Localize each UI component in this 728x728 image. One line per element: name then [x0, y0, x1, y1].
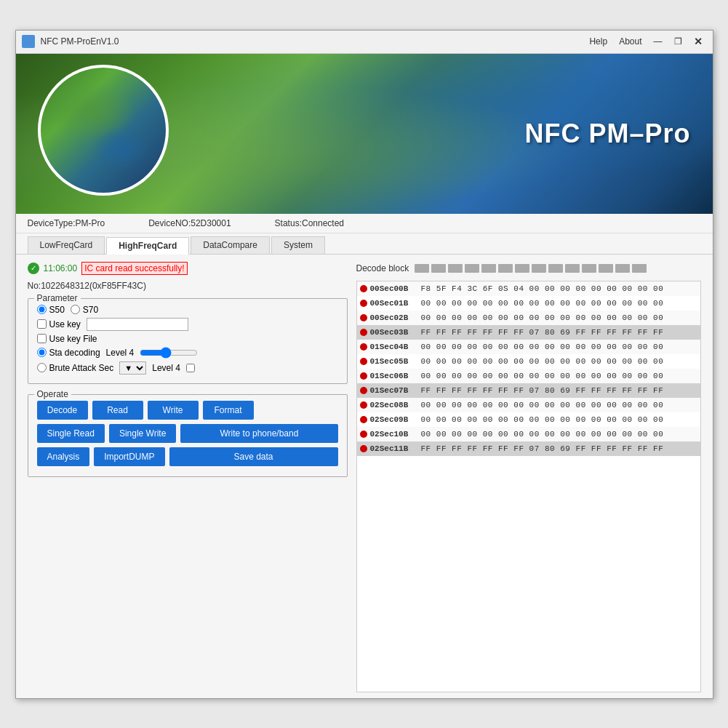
- write-to-phone-button[interactable]: Write to phone/band: [180, 424, 337, 443]
- row-address: 00Sec01B: [370, 299, 421, 308]
- read-button[interactable]: Read: [92, 401, 143, 420]
- write-button[interactable]: Write: [148, 401, 199, 420]
- use-key-checkbox[interactable]: [37, 319, 47, 329]
- s50-radio[interactable]: [37, 305, 47, 314]
- row-data: 00 00 00 00 00 00 00 00 00 00 00 00 00 0…: [421, 430, 664, 439]
- main-content: ✓ 11:06:00 IC card read successfully! No…: [16, 255, 713, 698]
- use-key-file-row: Use key File: [37, 334, 338, 344]
- table-row: 00Sec03B FF FF FF FF FF FF FF 07 80 69 F…: [357, 325, 700, 340]
- brute-attack-radio[interactable]: [37, 363, 47, 372]
- format-button[interactable]: Format: [203, 401, 254, 420]
- tab-system[interactable]: System: [271, 236, 325, 254]
- window-controls: Help About — ❐ ✕: [585, 34, 706, 49]
- minimize-button[interactable]: —: [649, 35, 667, 48]
- row-indicator: [360, 300, 367, 307]
- device-no-label: DeviceNO:52D30001: [148, 218, 231, 228]
- s70-radio[interactable]: [71, 305, 80, 314]
- window-title: NFC PM-ProEnV1.0: [41, 36, 585, 47]
- tab-lowfreqcard[interactable]: LowFreqCard: [28, 236, 105, 254]
- app-icon: [22, 35, 35, 48]
- row-data: FF FF FF FF FF FF FF 07 80 69 FF FF FF F…: [421, 328, 664, 337]
- right-panel: Decode block: [356, 260, 701, 692]
- decode-button[interactable]: Decode: [37, 401, 88, 420]
- table-row: 01Sec04B 00 00 00 00 00 00 00 00 00 00 0…: [357, 340, 700, 354]
- import-dump-button[interactable]: ImportDUMP: [94, 447, 164, 466]
- row-indicator: [360, 445, 367, 452]
- decode-bar-11: [582, 264, 596, 273]
- data-table[interactable]: 00Sec00B F8 5F F4 3C 6F 0S 04 00 00 00 0…: [356, 281, 701, 692]
- use-key-option[interactable]: Use key: [37, 319, 81, 329]
- row-data: 00 00 00 00 00 00 00 00 00 00 00 00 00 0…: [421, 343, 664, 351]
- decode-bar-7: [515, 264, 529, 273]
- row-data: 00 00 00 00 00 00 00 00 00 00 00 00 00 0…: [421, 415, 664, 424]
- table-row: 02Sec09B 00 00 00 00 00 00 00 00 00 00 0…: [357, 412, 700, 427]
- status-message: IC card read successfully!: [81, 262, 187, 275]
- row-data: 00 00 00 00 00 00 00 00 00 00 00 00 00 0…: [421, 299, 664, 308]
- title-bar: NFC PM-ProEnV1.0 Help About — ❐ ✕: [16, 31, 713, 54]
- table-row: 00Sec01B 00 00 00 00 00 00 00 00 00 00 0…: [357, 296, 700, 311]
- sta-decoding-radio[interactable]: [37, 348, 47, 357]
- sta-level-label: Level 4: [106, 348, 135, 358]
- brute-attack-dropdown[interactable]: ▼: [119, 361, 146, 375]
- table-row: 02Sec10B 00 00 00 00 00 00 00 00 00 00 0…: [357, 427, 700, 441]
- row-address: 00Sec03B: [370, 328, 421, 337]
- decode-bar-9: [548, 264, 563, 273]
- row-address: 01Sec04B: [370, 343, 421, 351]
- brute-level-checkbox[interactable]: [186, 364, 195, 372]
- row-indicator: [360, 285, 367, 292]
- help-menu[interactable]: Help: [585, 35, 612, 48]
- use-key-file-option[interactable]: Use key File: [37, 334, 97, 344]
- single-write-button[interactable]: Single Write: [109, 424, 176, 443]
- row-data: F8 5F F4 3C 6F 0S 04 00 00 00 00 00 00 0…: [421, 284, 664, 293]
- table-row: 02Sec11B FF FF FF FF FF FF FF 07 80 69 F…: [357, 441, 700, 456]
- operate-row-2: Single Read Single Write Write to phone/…: [37, 424, 338, 443]
- row-indicator: [360, 314, 367, 321]
- about-menu[interactable]: About: [615, 35, 646, 48]
- decode-bar-2: [431, 264, 446, 273]
- row-data: 00 00 00 00 00 00 00 00 00 00 00 00 00 0…: [421, 372, 664, 380]
- key-input[interactable]: FFFFFFFF: [87, 318, 188, 331]
- s70-option[interactable]: S70: [71, 305, 98, 315]
- operate-row-3: Analysis ImportDUMP Save data: [37, 447, 338, 466]
- sta-decoding-option[interactable]: Sta decoding: [37, 348, 100, 358]
- save-data-button[interactable]: Save data: [169, 447, 338, 466]
- outer-frame: NFC PM-ProEnV1.0 Help About — ❐ ✕ NFC PM…: [0, 0, 728, 728]
- close-button[interactable]: ✕: [689, 34, 707, 49]
- operate-row-1: Decode Read Write Format: [37, 401, 338, 420]
- single-read-button[interactable]: Single Read: [37, 424, 105, 443]
- row-indicator: [360, 401, 367, 409]
- tab-highfreqcard[interactable]: HighFreqCard: [106, 237, 189, 255]
- table-row: 01Sec07B FF FF FF FF FF FF FF 07 80 69 F…: [357, 383, 700, 398]
- table-row: 00Sec02B 00 00 00 00 00 00 00 00 00 00 0…: [357, 311, 700, 325]
- decode-bar-1: [415, 264, 429, 273]
- operate-label: Operate: [34, 389, 71, 399]
- table-row: 02Sec08B 00 00 00 00 00 00 00 00 00 00 0…: [357, 398, 700, 412]
- row-address: 01Sec06B: [370, 372, 421, 380]
- status-label: Status:Connected: [275, 218, 344, 228]
- decode-bar-12: [599, 264, 613, 273]
- row-indicator: [360, 431, 367, 438]
- row-data: FF FF FF FF FF FF FF 07 80 69 FF FF FF F…: [421, 444, 664, 453]
- brute-attack-option[interactable]: Brute Attack Sec: [37, 363, 114, 373]
- table-row: 01Sec06B 00 00 00 00 00 00 00 00 00 00 0…: [357, 369, 700, 383]
- analysis-button[interactable]: Analysis: [37, 447, 90, 466]
- status-time: 11:06:00: [44, 263, 78, 273]
- tab-datacompare[interactable]: DataCompare: [191, 236, 270, 254]
- tabs-bar: LowFreqCard HighFreqCard DataCompare Sys…: [16, 233, 713, 255]
- info-bar: DeviceType:PM-Pro DeviceNO:52D30001 Stat…: [16, 214, 713, 233]
- row-address: 01Sec07B: [370, 386, 421, 395]
- s50-s70-row: S50 S70: [37, 305, 338, 315]
- row-data: FF FF FF FF FF FF FF 07 80 69 FF FF FF F…: [421, 386, 664, 395]
- row-address: 00Sec00B: [370, 284, 421, 293]
- maximize-button[interactable]: ❐: [670, 35, 687, 48]
- card-number: No:1022648312(0xF85FF43C): [28, 281, 348, 291]
- row-indicator: [360, 343, 367, 351]
- s50-option[interactable]: S50: [37, 305, 65, 315]
- sta-level-slider[interactable]: [140, 347, 198, 359]
- decode-block-label: Decode block: [356, 263, 409, 273]
- decode-bar-5: [481, 264, 496, 273]
- decode-bar-8: [532, 264, 546, 273]
- device-type-label: DeviceType:PM-Pro: [28, 218, 105, 228]
- row-data: 00 00 00 00 00 00 00 00 00 00 00 00 00 0…: [421, 313, 664, 322]
- use-key-file-checkbox[interactable]: [37, 334, 47, 343]
